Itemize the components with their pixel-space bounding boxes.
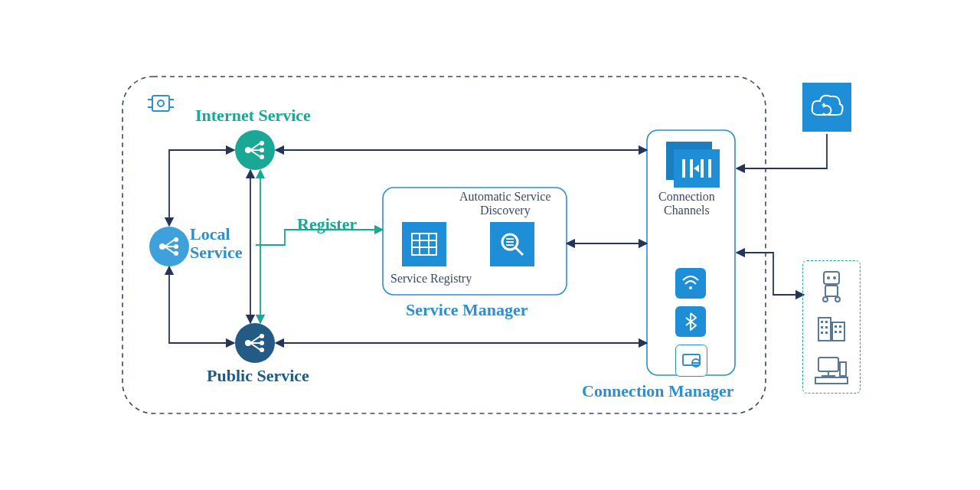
svg-rect-58 xyxy=(825,326,828,328)
local-service-node xyxy=(149,227,189,266)
svg-point-6 xyxy=(245,147,251,153)
svg-rect-65 xyxy=(818,358,838,371)
workstation-icon xyxy=(814,354,849,385)
svg-point-48 xyxy=(827,276,830,279)
chip-icon xyxy=(145,88,176,119)
svg-point-20 xyxy=(245,340,251,346)
device-stack xyxy=(802,260,861,394)
wifi-icon xyxy=(675,268,706,299)
svg-rect-69 xyxy=(840,362,846,376)
building-icon xyxy=(815,313,848,344)
public-service-node xyxy=(235,323,275,363)
connection-channels-label: Connection Channels xyxy=(658,190,715,217)
svg-line-17 xyxy=(165,240,175,247)
service-registry-label: Service Registry xyxy=(390,272,472,286)
register-label: Register xyxy=(297,214,357,234)
connection-manager-label: Connection Manager xyxy=(582,381,734,401)
discovery-icon xyxy=(490,222,534,266)
edge-devices-cm xyxy=(737,253,804,295)
svg-rect-64 xyxy=(839,331,841,333)
svg-rect-55 xyxy=(821,321,823,323)
channels-icon xyxy=(674,149,720,188)
svg-rect-47 xyxy=(824,272,839,284)
internet-service-node xyxy=(235,130,275,170)
svg-line-26 xyxy=(250,343,260,350)
svg-point-52 xyxy=(835,297,840,302)
svg-marker-41 xyxy=(694,165,699,172)
auto-discovery-label: Automatic Service Discovery xyxy=(459,190,551,217)
svg-rect-63 xyxy=(835,331,837,333)
lan-icon xyxy=(675,345,707,377)
svg-rect-61 xyxy=(835,325,837,328)
svg-line-33 xyxy=(515,247,523,255)
svg-rect-50 xyxy=(825,286,838,296)
public-service-label: Public Service xyxy=(207,366,309,386)
svg-rect-60 xyxy=(825,332,828,334)
svg-rect-54 xyxy=(832,322,844,341)
service-registry-icon xyxy=(402,222,446,266)
svg-point-42 xyxy=(689,286,692,289)
svg-point-5 xyxy=(158,100,164,106)
svg-line-19 xyxy=(165,247,175,253)
edge-cloud-cm xyxy=(737,134,827,168)
svg-rect-56 xyxy=(825,321,828,323)
edge-local-public xyxy=(169,266,234,343)
svg-line-10 xyxy=(250,143,260,150)
edge-local-internet xyxy=(169,150,234,226)
svg-rect-57 xyxy=(821,326,823,328)
svg-rect-62 xyxy=(839,325,841,328)
svg-point-13 xyxy=(159,243,165,250)
svg-rect-0 xyxy=(152,96,169,111)
svg-rect-53 xyxy=(818,318,831,341)
svg-rect-59 xyxy=(821,332,823,334)
local-service-label: Local Service xyxy=(190,225,242,262)
svg-line-12 xyxy=(250,150,260,157)
svg-point-49 xyxy=(833,276,836,279)
svg-rect-68 xyxy=(815,377,848,384)
svg-rect-27 xyxy=(412,234,436,255)
bluetooth-icon xyxy=(675,306,706,337)
robot-icon xyxy=(816,269,847,302)
service-manager-label: Service Manager xyxy=(406,300,528,320)
svg-line-24 xyxy=(250,336,260,343)
internet-service-label: Internet Service xyxy=(195,106,311,126)
svg-marker-46 xyxy=(822,103,826,106)
cloud-sync-icon xyxy=(802,83,851,132)
svg-point-51 xyxy=(823,297,828,302)
